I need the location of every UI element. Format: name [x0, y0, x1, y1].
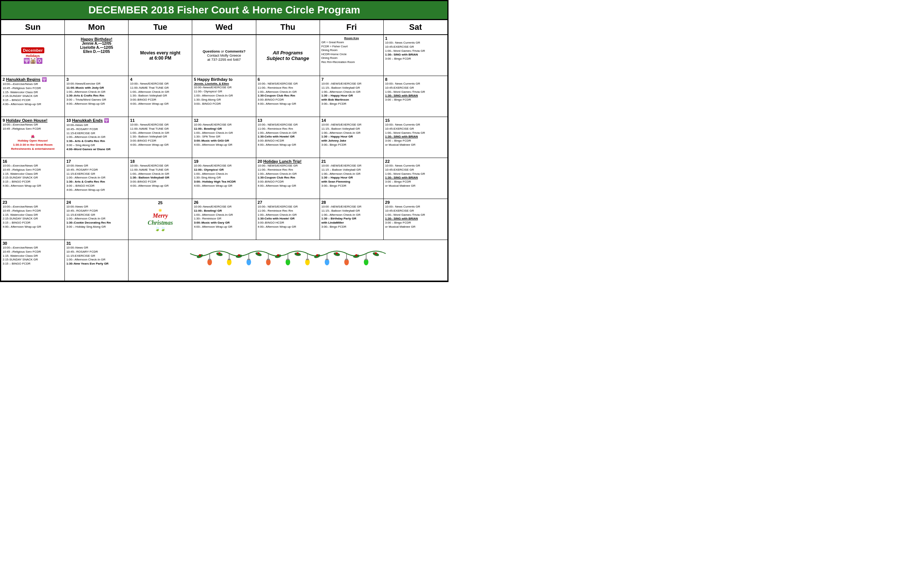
- day-number: 23: [3, 200, 63, 205]
- svg-point-38: [219, 252, 220, 254]
- svg-point-42: [297, 252, 299, 254]
- day-number: 6: [258, 77, 318, 82]
- svg-rect-30: [326, 259, 329, 260]
- cell-lights-decoration: [129, 240, 447, 281]
- cell-thu-27: 27 10:00– NEWS/EXERCISE GR 11:00– Remini…: [256, 199, 320, 240]
- cell-sat-15: 15 10:00– News Currents GR 10:45-EXERCIS…: [384, 117, 447, 158]
- day-number: 26: [194, 200, 254, 205]
- day-number: 21: [321, 159, 382, 164]
- day-number: 16: [3, 159, 63, 164]
- svg-rect-21: [267, 259, 270, 260]
- cell-sat-29: 29 10:00– News Currents GR 10:45-EXERCIS…: [384, 199, 447, 240]
- svg-point-46: [375, 252, 377, 254]
- cell-thu-20: 20 Holiday Lunch Trip! 10:00– NEWS/EXERC…: [256, 158, 320, 199]
- svg-point-45: [355, 254, 357, 256]
- svg-point-44: [336, 252, 338, 254]
- svg-rect-24: [287, 259, 289, 260]
- christmas-lights-graphic: [130, 247, 446, 274]
- cell-questions: Questions or Comments?Contact Molly Gree…: [192, 35, 256, 76]
- day-headers: Sun Mon Tue Wed Thu Fri Sat: [1, 20, 447, 35]
- day-number: 8: [385, 77, 446, 82]
- questions-note: Questions or Comments?Contact Molly Gree…: [203, 49, 245, 61]
- week-row-4: 16 10:00—Exercise/News GR 10:45 –Religio…: [1, 158, 447, 199]
- cell-movies: Movies every nightat 6:00 PM: [129, 35, 192, 76]
- day-header-tue: Tue: [129, 20, 192, 34]
- svg-point-37: [199, 254, 201, 256]
- happy-birthday-header: Happy Birthday!: [66, 37, 127, 41]
- day-number: 11: [130, 118, 190, 122]
- cell-events: 10:00—Exercise/News GR 10:45 –Religious …: [3, 246, 63, 266]
- all-programs-note: All ProgramsSubject to Change: [267, 50, 309, 61]
- cell-events: 10:00 –NEWS/EXERCISE GR 11:15– Balloon V…: [321, 205, 382, 229]
- svg-rect-12: [208, 259, 211, 260]
- cell-events: 10:00– NEWS/EXERCISE GR 11:00– Reminisce…: [258, 123, 318, 147]
- day-number: 5 Happy Birthday to: [194, 77, 254, 82]
- cell-mon-17: 17 10:00–News GR 10:45– ROSARY FCDR 11:1…: [65, 158, 129, 199]
- cell-sun-2: 2 Hanukkah Begins 🕎 10:00—Exercise/News …: [1, 76, 65, 117]
- cell-events: 10:00–News GR 10:45– ROSARY FCDR 11:15-E…: [66, 164, 127, 192]
- cell-events: 10:00 –NEWS/EXERCISE GR 11:15 – Balloon …: [321, 164, 382, 188]
- day-number: 15: [385, 118, 446, 122]
- day-number: 18: [130, 159, 190, 164]
- day-number: 12: [194, 118, 254, 122]
- cell-events: 10:00– News/EXERCISE GR 11:00–NAME That …: [130, 82, 190, 106]
- cell-fri-21: 21 10:00 –NEWS/EXERCISE GR 11:15 – Ballo…: [320, 158, 384, 199]
- cell-tue-4: 4 10:00– News/EXERCISE GR 11:00–NAME Tha…: [129, 76, 192, 117]
- cell-events: 10:00—Exercise/News GR 10:45 –Religious …: [3, 164, 63, 188]
- cell-sun-16: 16 10:00—Exercise/News GR 10:45 –Religio…: [1, 158, 65, 199]
- day-number: 28: [321, 200, 382, 205]
- day-number: 20 Holiday Lunch Trip!: [258, 159, 318, 164]
- week-row-1: December Holidays 🕎🕍✡️ Happy Birthday! J…: [1, 35, 447, 76]
- day-number: 24: [66, 200, 127, 205]
- cell-sun-23: 23 10:00—Exercise/News GR 10:45 –Religio…: [1, 199, 65, 240]
- calendar-title: DECEMBER 2018 Fisher Court & Horne Circl…: [88, 4, 360, 16]
- day-number: 29: [385, 200, 446, 205]
- cell-events: 10:00– News/EXERCISE GR 11:00–NAME That …: [130, 164, 190, 188]
- day-number: 25: [130, 201, 190, 205]
- cell-happy-birthday: Happy Birthday! Jennie A.—12/05Liselotte…: [65, 35, 129, 76]
- lights-svg: [130, 247, 446, 273]
- cell-events: 10:00– News Currents GR 10:45-EXERCISE G…: [385, 205, 446, 229]
- day-header-mon: Mon: [65, 20, 129, 34]
- cell-mon-24: 24 10:00–News GR 10:45– ROSARY FCDR 11:1…: [65, 199, 129, 240]
- svg-rect-36: [365, 259, 368, 260]
- cell-wed-5: 5 Happy Birthday to Jennie, Liselotte, &…: [192, 76, 256, 117]
- merry-christmas-graphic: 🌟 Merry Christmas 🍃🍃: [130, 209, 190, 231]
- cell-events: 10:00– News Currents GR 10:45-EXERCISE G…: [385, 41, 446, 61]
- day-number: 17: [66, 159, 127, 164]
- svg-point-40: [258, 252, 260, 254]
- svg-rect-27: [306, 259, 309, 260]
- cell-tue-25: 25 🌟 Merry Christmas 🍃🍃: [129, 199, 192, 240]
- day-number: 1: [385, 36, 446, 41]
- cell-events: 10:00–News/EXERCISE GR 11:00– Olympics! …: [194, 86, 254, 106]
- movies-note: Movies every nightat 6:00 PM: [140, 50, 180, 61]
- cell-events: 10:00–News/EXERCISE GR 11:00– Olympics! …: [194, 164, 254, 188]
- cell-mon-31: 31 10:00–News GR 10:45– ROSARY FCDR 11:1…: [65, 240, 129, 281]
- cell-events: 10:00–News/Exercise GR 11:00–Music with …: [66, 82, 127, 106]
- week-row-2: 2 Hanukkah Begins 🕎 10:00—Exercise/News …: [1, 76, 447, 117]
- day-number: 7: [321, 77, 382, 82]
- svg-rect-33: [345, 259, 348, 260]
- cell-events: 10:00–News GR 10:45– ROSARY FCDR 11:15-E…: [66, 205, 127, 229]
- room-key-content: GR = Great Room FCDR = Fisher Court Dini…: [321, 41, 382, 64]
- cell-thu-6: 6 10:00– NEWS/EXERCISE GR 11:00– Reminis…: [256, 76, 320, 117]
- cell-events: 10:00– News Currents GR 10:45-EXERCISE G…: [385, 164, 446, 188]
- cell-dec-image: December Holidays 🕎🕍✡️: [1, 35, 65, 76]
- day-header-sun: Sun: [1, 20, 65, 34]
- cell-events: 10:00–News/EXERCISE GR 11:00– Bowling! G…: [194, 205, 254, 229]
- day-number: 22: [385, 159, 446, 164]
- cell-events: 10:00 –NEWS/EXERCISE GR 11:15– Balloon V…: [321, 82, 382, 106]
- cell-events: 10:00–News GR 10:45– ROSARY FCDR 11:15-E…: [66, 246, 127, 266]
- day-number: 14: [321, 118, 382, 122]
- cell-fri-28: 28 10:00 –NEWS/EXERCISE GR 11:15– Balloo…: [320, 199, 384, 240]
- day-number: 31: [66, 241, 127, 245]
- week-row-6: 30 10:00—Exercise/News GR 10:45 –Religio…: [1, 240, 447, 281]
- svg-point-39: [238, 254, 240, 256]
- cell-events: 10:00–News/EXERCISE GR 11:00– Bowling! G…: [194, 123, 254, 147]
- day-number: 13: [258, 118, 318, 122]
- day-header-sat: Sat: [384, 20, 447, 34]
- svg-point-43: [316, 254, 318, 256]
- cell-events: 10:00—Exercise/News GR 10:45 –Religious …: [3, 123, 63, 151]
- day-number: 3: [66, 77, 127, 82]
- cell-sun-30: 30 10:00—Exercise/News GR 10:45 –Religio…: [1, 240, 65, 281]
